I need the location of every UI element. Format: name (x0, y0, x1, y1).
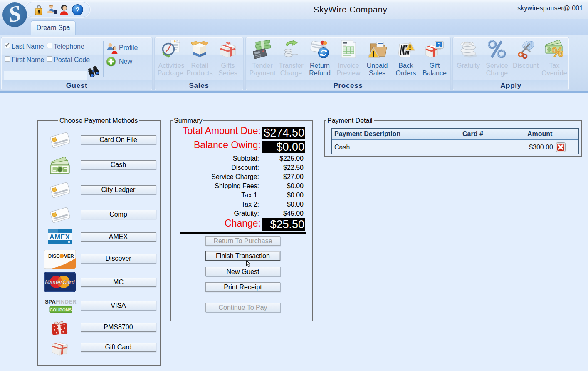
svg-text:FINDER: FINDER (56, 299, 77, 305)
svg-text:AMEX: AMEX (49, 233, 70, 241)
svg-text:%: % (552, 45, 563, 59)
svg-text:SPA: SPA (45, 299, 56, 305)
svg-text:DISC: DISC (48, 254, 59, 259)
svg-text:?: ? (75, 6, 79, 14)
svg-text:VER: VER (64, 254, 74, 259)
svg-text:COUPONS: COUPONS (49, 307, 72, 312)
svg-text:MasterCard: MasterCard (45, 279, 75, 285)
svg-text:?: ? (437, 42, 440, 48)
